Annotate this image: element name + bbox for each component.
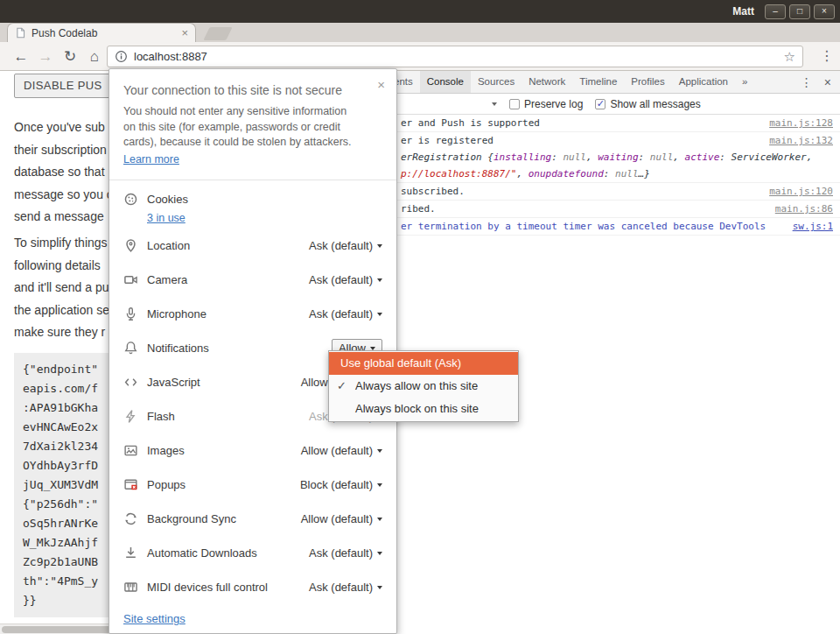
bookmark-star-icon[interactable]: ☆ — [784, 49, 795, 65]
console-row: p://localhost:8887/", onupdatefound: nul… — [369, 166, 840, 183]
permission-value-dropdown[interactable]: Block (default) — [300, 478, 382, 491]
tab-close-icon[interactable]: × — [181, 27, 188, 39]
minimize-button[interactable]: – — [765, 4, 786, 19]
permission-name: Notifications — [147, 342, 209, 355]
menu-item-always-allow[interactable]: ✓Always allow on this site — [329, 375, 518, 398]
address-bar[interactable]: localhost:8887 ☆ — [107, 46, 803, 67]
cookies-section: Cookies 3 in use — [123, 192, 188, 225]
cookies-in-use-link[interactable]: 3 in use — [147, 212, 186, 224]
show-all-messages-checkbox[interactable]: ✓ — [595, 99, 606, 109]
back-icon[interactable]: ← — [9, 49, 33, 64]
window-close-button[interactable]: × — [814, 4, 835, 19]
tab-profiles[interactable]: Profiles — [624, 71, 671, 93]
dropdown-caret-icon — [370, 347, 375, 350]
filter-dropdown-icon[interactable] — [492, 102, 497, 106]
site-info-icon[interactable] — [115, 50, 128, 63]
forward-icon[interactable]: → — [33, 49, 58, 64]
location-icon — [123, 238, 138, 253]
source-link[interactable]: main.js:86 — [775, 203, 833, 215]
devtools-tab-bar: ents Console Sources Network Timeline Pr… — [369, 71, 840, 94]
permission-name: Location — [147, 239, 190, 252]
show-all-messages-label[interactable]: Show all messages — [610, 98, 700, 110]
source-link[interactable]: main.js:128 — [769, 117, 833, 129]
popups-icon — [123, 477, 138, 492]
devtools-close-icon[interactable]: × — [824, 76, 831, 88]
bubble-close-icon[interactable]: × — [377, 78, 385, 91]
tab-application[interactable]: Application — [672, 71, 735, 93]
tab-console[interactable]: Console — [420, 71, 471, 93]
titlebar: Matt – □ × — [0, 0, 840, 23]
permission-name: Automatic Downloads — [147, 546, 257, 560]
preserve-log-checkbox[interactable] — [509, 99, 520, 109]
new-tab-button[interactable] — [203, 27, 232, 40]
source-link[interactable]: main.js:120 — [769, 186, 833, 197]
learn-more-link[interactable]: Learn more — [123, 153, 179, 166]
permission-value-dropdown[interactable]: Allow (default) — [301, 444, 382, 457]
images-icon — [123, 443, 138, 458]
maximize-button[interactable]: □ — [789, 4, 810, 19]
dropdown-caret-icon — [377, 278, 382, 282]
flash-icon — [123, 409, 138, 424]
bell-icon — [123, 341, 138, 356]
permission-row-microphone: Microphone Ask (default) — [109, 297, 396, 331]
permission-name: Microphone — [147, 307, 206, 321]
tab-strip: Push Codelab × — [0, 23, 840, 42]
console-row: er is registered main.js:132 — [369, 132, 840, 149]
permission-value-dropdown[interactable]: Ask (default) — [309, 273, 382, 286]
browser-tab[interactable]: Push Codelab × — [7, 23, 196, 42]
console-toolbar: Preserve log ✓ Show all messages — [369, 94, 840, 115]
reload-icon[interactable]: ↻ — [58, 49, 82, 64]
sync-icon — [123, 511, 138, 526]
permission-name: Flash — [147, 410, 175, 423]
browser-menu-icon[interactable]: ⋮ — [818, 47, 836, 64]
permission-name: Background Sync — [147, 512, 236, 525]
permission-row-background-sync: Background Sync Allow (default) — [109, 502, 396, 536]
titlebar-user-label: Matt — [732, 5, 754, 18]
permission-value-dropdown[interactable]: Ask (default) — [309, 307, 382, 321]
dropdown-caret-icon — [377, 586, 382, 589]
menu-item-global-default[interactable]: Use global default (Ask) — [329, 352, 518, 375]
dropdown-caret-icon — [377, 244, 382, 248]
console-row: ribed. main.js:86 — [369, 201, 840, 218]
permission-value-dropdown[interactable]: Allow (default) — [301, 512, 382, 525]
console-row: subscribed. main.js:120 — [369, 183, 840, 201]
console-message: er is registered — [401, 135, 762, 146]
home-icon[interactable]: ⌂ — [82, 49, 107, 64]
site-settings-link[interactable]: Site settings — [123, 612, 186, 625]
browser-toolbar: ← → ↻ ⌂ localhost:8887 ☆ ⋮ — [0, 42, 840, 71]
permission-name: Images — [147, 444, 185, 457]
microphone-icon — [123, 306, 138, 321]
permission-row-location: Location Ask (default) — [109, 229, 396, 263]
dropdown-caret-icon — [377, 552, 382, 555]
dropdown-caret-icon — [377, 518, 382, 521]
devtools-menu-icon[interactable]: ⋮ — [801, 76, 813, 88]
tab-sources[interactable]: Sources — [471, 71, 522, 93]
dropdown-caret-icon — [377, 483, 382, 487]
url-text[interactable]: localhost:8887 — [134, 50, 784, 63]
source-link[interactable]: sw.js:1 — [793, 221, 833, 232]
browser-window: Matt – □ × Push Codelab × ← → ↻ ⌂ localh… — [0, 0, 840, 634]
permission-value-dropdown[interactable]: Ask (default) — [309, 546, 382, 560]
camera-icon — [123, 272, 138, 287]
tab-network[interactable]: Network — [522, 71, 572, 93]
tab-overflow-chevron-icon[interactable]: » — [735, 71, 754, 93]
source-link[interactable]: main.js:132 — [769, 135, 833, 146]
menu-item-always-block[interactable]: Always block on this site — [329, 398, 518, 420]
permission-name: JavaScript — [147, 376, 200, 389]
dropdown-caret-icon — [377, 449, 382, 453]
console-message: er and Push is supported — [401, 117, 762, 129]
checkmark-icon: ✓ — [337, 375, 346, 398]
cookies-label: Cookies — [147, 193, 188, 206]
console-message: er termination by a timeout timer was ca… — [401, 221, 786, 232]
permission-value-dropdown[interactable]: Ask (default) — [309, 581, 382, 594]
page-favicon-icon — [15, 27, 26, 39]
permission-name: Camera — [147, 273, 187, 286]
preserve-log-label[interactable]: Preserve log — [524, 98, 583, 110]
permission-row-automatic-downloads: Automatic Downloads Ask (default) — [109, 536, 396, 570]
javascript-icon — [123, 375, 138, 390]
tab-timeline[interactable]: Timeline — [572, 71, 624, 93]
tab-title: Push Codelab — [32, 27, 181, 39]
midi-icon — [123, 580, 138, 595]
permission-value-dropdown[interactable]: Ask (default) — [309, 239, 382, 252]
window-controls: – □ × — [765, 4, 835, 19]
